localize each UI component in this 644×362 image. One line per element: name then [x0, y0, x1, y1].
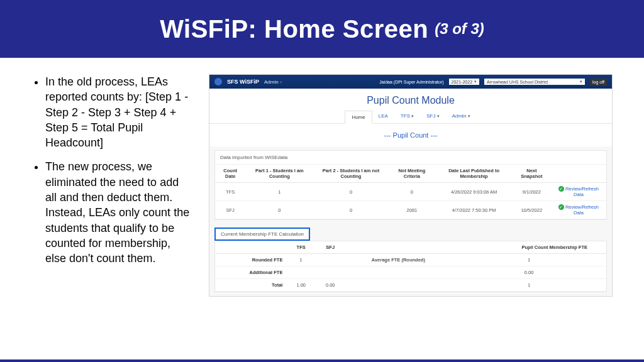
col-next-snap: Next Snapshot — [513, 165, 551, 183]
app-brand: SFS WiSFiP — [227, 79, 259, 85]
col-date-pub: Date Last Published to Membership — [435, 165, 513, 183]
table-row: Rounded FTE 1 Average FTE (Rounded) 1 — [215, 254, 606, 266]
slide-body: In the old process, LEAs reported counts… — [0, 58, 644, 297]
table-row: Total 1.00 0.00 1 — [215, 279, 606, 292]
bullet-item: The new process, we eliminated the need … — [45, 159, 191, 266]
slide-title: WiSFiP: Home Screen — [160, 15, 428, 43]
col-sfj: SFJ — [316, 241, 345, 254]
app-screenshot: SFS WiSFiP Admin ▾ Jaidaa (DPI Super Adm… — [209, 74, 613, 297]
col-not-meeting: Not Meeting Criteria — [389, 165, 436, 183]
module-tabs: Home LEA TFS ▾ SFJ ▾ Admin ▾ — [209, 110, 612, 124]
pupil-count-heading: --- Pupil Count --- — [209, 124, 612, 146]
chevron-down-icon: ▾ — [411, 114, 414, 118]
tab-lea[interactable]: LEA — [372, 110, 394, 123]
slide-header: WiSFiP: Home Screen (3 of 3) — [0, 0, 644, 58]
import-panel-title: Data Imported from WISEdata — [215, 151, 606, 165]
col-tfs: TFS — [286, 241, 316, 254]
app-logo-icon — [214, 78, 222, 85]
chevron-down-icon: ▾ — [437, 114, 440, 118]
bullet-item: In the old process, LEAs reported counts… — [45, 74, 191, 150]
admin-menu[interactable]: Admin ▾ — [264, 79, 282, 85]
tab-admin[interactable]: Admin ▾ — [446, 110, 477, 123]
tab-home[interactable]: Home — [345, 111, 372, 124]
avg-label: Average FTE (Rounded) — [345, 254, 452, 266]
slide-counter: (3 of 3) — [435, 20, 484, 38]
fte-panel: TFS SFJ Pupil Count Membership FTE Round… — [214, 241, 607, 292]
col-count-date: Count Date — [215, 165, 245, 183]
module-title: Pupil Count Module — [209, 89, 612, 110]
bullet-list: In the old process, LEAs reported counts… — [34, 74, 191, 297]
chevron-down-icon: ▾ — [468, 114, 470, 118]
app-topbar: SFS WiSFiP Admin ▾ Jaidaa (DPI Super Adm… — [209, 75, 612, 89]
chevron-down-icon: ▾ — [280, 80, 282, 84]
table-row: Additional FTE 0.00 — [215, 266, 606, 279]
year-select[interactable]: 2021-2022▾ — [449, 79, 479, 85]
review-link[interactable]: ✓Review/Refresh Data — [551, 183, 606, 201]
import-panel: Data Imported from WISEdata Count Date P… — [214, 150, 607, 220]
fte-calc-highlight: Current Membership FTE Calculation — [214, 228, 310, 241]
footer-accent — [0, 359, 644, 362]
fte-table: TFS SFJ Pupil Count Membership FTE Round… — [215, 241, 606, 292]
district-select[interactable]: Arrowhead UHS School District▾ — [484, 79, 585, 85]
logoff-button[interactable]: log off — [590, 79, 607, 85]
col-membership-fte: Pupil Count Membership FTE — [452, 241, 606, 254]
tab-tfs[interactable]: TFS ▾ — [394, 110, 420, 123]
chevron-down-icon: ▾ — [580, 79, 582, 84]
user-label: Jaidaa (DPI Super Administrator) — [379, 80, 443, 84]
table-row: SFJ 0 0 2081 4/7/2022 7:50:30 PM 10/5/20… — [215, 201, 606, 219]
import-table: Count Date Part 1 - Students I am Counti… — [215, 165, 606, 219]
col-part1: Part 1 - Students I am Counting — [245, 165, 313, 183]
check-icon: ✓ — [558, 204, 564, 210]
chevron-down-icon: ▾ — [474, 79, 477, 84]
col-action — [551, 165, 606, 183]
review-link[interactable]: ✓Review/Refresh Data — [551, 201, 606, 219]
check-icon: ✓ — [558, 186, 564, 192]
table-row: TFS 1 0 0 4/26/2022 9:03:06 AM 9/1/2022 … — [215, 183, 606, 201]
col-part2: Part 2 - Students I am not Counting — [313, 165, 388, 183]
tab-sfj[interactable]: SFJ ▾ — [420, 110, 445, 123]
